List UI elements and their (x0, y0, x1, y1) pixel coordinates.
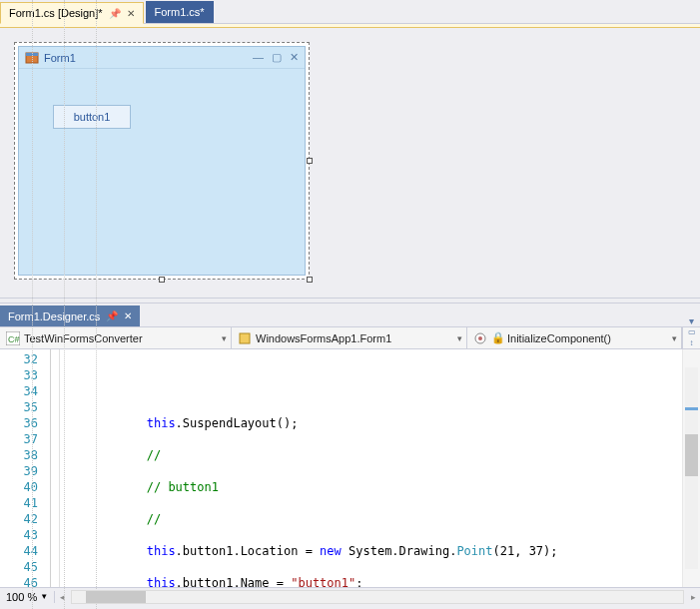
nav-project-dropdown[interactable]: C# TestWinFormsConverter ▾ (0, 327, 232, 348)
split-buttons: ▭ ↕ (682, 327, 700, 348)
horizontal-scrollbar[interactable] (71, 590, 684, 604)
close-icon: ✕ (290, 51, 299, 64)
close-icon[interactable]: ✕ (124, 310, 132, 321)
nav-class-label: WindowsFormsApp1.Form1 (256, 332, 391, 344)
tab-label: Form1.Designer.cs (8, 310, 100, 322)
nav-class-dropdown[interactable]: WindowsFormsApp1.Form1 ▾ (232, 327, 467, 348)
vertical-scrollbar[interactable] (682, 349, 700, 587)
tab-label: Form1.cs* (155, 6, 205, 18)
form-body[interactable]: button1 (19, 69, 305, 275)
scrollbar-thumb[interactable] (685, 434, 698, 476)
code-editor[interactable]: 323334353637383940414243444546 this.Susp… (0, 349, 700, 587)
csharp-icon: C# (6, 331, 20, 345)
nav-method-label: InitializeComponent() (507, 332, 611, 344)
zoom-dropdown[interactable]: 100 % ▼ (0, 591, 55, 603)
pin-icon[interactable]: 📌 (106, 310, 118, 321)
window-buttons: — ▢ ✕ (253, 51, 299, 64)
resize-handle-south[interactable] (159, 277, 165, 283)
class-icon (238, 331, 252, 345)
form-preview[interactable]: Form1 — ▢ ✕ button1 (18, 46, 306, 276)
close-icon[interactable]: ✕ (127, 8, 135, 19)
method-prefix-icon: 🔒 (491, 331, 505, 344)
tab-designer-cs[interactable]: Form1.Designer.cs 📌 ✕ (0, 305, 140, 326)
scrollbar-thumb[interactable] (86, 591, 146, 603)
resize-handle-southeast[interactable] (307, 277, 313, 283)
nav-project-label: TestWinFormsConverter (24, 332, 143, 344)
chevron-down-icon: ▾ (672, 333, 677, 343)
chevron-down-icon: ▾ (457, 333, 462, 343)
svg-point-6 (478, 336, 482, 340)
form-title: Form1 (44, 52, 253, 64)
expand-icon[interactable]: ↕ (683, 338, 700, 349)
chevron-down-icon: ▼ (40, 592, 48, 601)
maximize-icon: ▢ (272, 51, 282, 64)
tab-design[interactable]: Form1.cs [Design]* 📌 ✕ (0, 2, 144, 24)
form-selection-outline[interactable]: Form1 — ▢ ✕ button1 (14, 42, 310, 280)
code-text[interactable]: this.SuspendLayout(); // // button1 // t… (60, 349, 682, 587)
chevron-down-icon: ▾ (222, 333, 227, 343)
code-navigation-bar: C# TestWinFormsConverter ▾ WindowsFormsA… (0, 327, 700, 349)
resize-handle-east[interactable] (307, 158, 313, 164)
svg-rect-4 (240, 333, 250, 343)
method-icon (473, 331, 487, 345)
split-horizontal-icon[interactable]: ▭ (683, 327, 700, 338)
form-titlebar: Form1 — ▢ ✕ (19, 47, 305, 69)
tab-label: Form1.cs [Design]* (9, 7, 103, 19)
outlining-margin[interactable] (46, 349, 60, 587)
editor-status-bar: 100 % ▼ ◂ ▸ (0, 587, 700, 605)
tab-overflow-icon[interactable]: ▾ (683, 315, 700, 326)
svg-text:C#: C# (8, 334, 20, 344)
minimize-icon: — (253, 51, 264, 64)
lower-document-tabs: Form1.Designer.cs 📌 ✕ ▾ (0, 304, 700, 327)
tab-code[interactable]: Form1.cs* (146, 1, 214, 23)
line-number-gutter: 323334353637383940414243444546 (0, 349, 46, 587)
pin-icon[interactable]: 📌 (109, 8, 121, 19)
document-tabs: Form1.cs [Design]* 📌 ✕ Form1.cs* (0, 0, 700, 24)
nav-method-dropdown[interactable]: 🔒 InitializeComponent() ▾ (467, 327, 682, 348)
form-designer-surface[interactable]: Form1 — ▢ ✕ button1 (0, 28, 700, 298)
scroll-right-icon[interactable]: ▸ (686, 592, 700, 602)
scroll-left-icon[interactable]: ◂ (55, 592, 69, 602)
